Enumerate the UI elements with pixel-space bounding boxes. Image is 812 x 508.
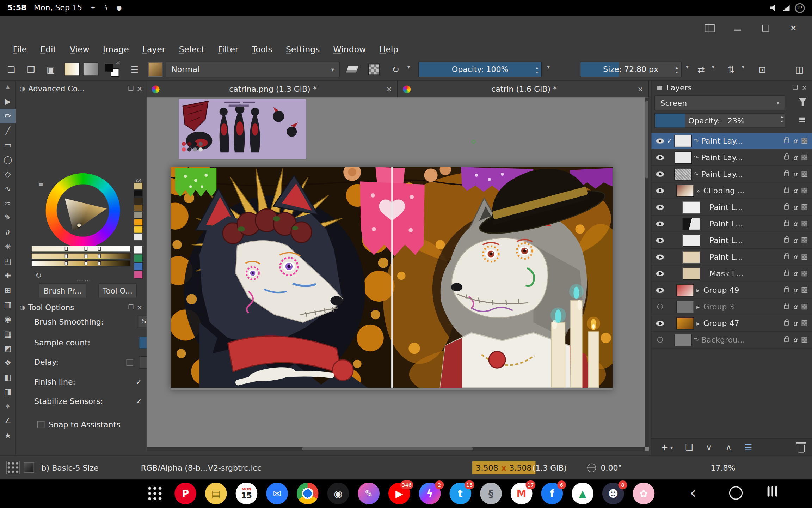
transform-tool[interactable]: ◰	[0, 254, 16, 268]
lock-icon[interactable]	[784, 321, 789, 325]
advanced-color-selector-header[interactable]: ◑ Advanced Co... ❐ ✕	[16, 82, 147, 95]
inherit-alpha-icon[interactable]	[802, 237, 807, 243]
dock-app-chrome[interactable]	[297, 483, 319, 504]
mirror-vertical-button[interactable]: ⇅	[723, 61, 739, 78]
wraparound-button[interactable]: ⊡	[754, 61, 770, 78]
polyline-tool[interactable]: ∿	[0, 181, 16, 196]
snap-to-assistants-checkbox[interactable]	[37, 421, 45, 428]
freehand-brush-tool[interactable]: ✏	[0, 109, 16, 123]
inherit-alpha-icon[interactable]	[802, 320, 807, 326]
layer-row[interactable]: Mask L...α	[651, 265, 812, 282]
dock-app-gmail[interactable]: M17	[511, 483, 533, 504]
blending-mode-dropdown[interactable]: Normal ▾	[166, 62, 340, 77]
menu-view[interactable]: View	[63, 43, 96, 56]
multibrush-tool[interactable]: ✳	[0, 240, 16, 254]
dock-app-app-drawer[interactable]	[147, 486, 162, 501]
vertical-scrollbar[interactable]	[645, 97, 649, 447]
reload-preset-button[interactable]: ↻	[387, 61, 404, 78]
lock-icon[interactable]	[784, 139, 789, 143]
eraser-mode-button[interactable]	[344, 61, 361, 78]
size-dropdown-icon[interactable]: ▾	[684, 64, 691, 70]
filter-layers-icon[interactable]	[799, 98, 807, 107]
open-document-button[interactable]: ❒	[23, 61, 39, 78]
layer-blend-mode-dropdown[interactable]: Screen ▾	[654, 95, 785, 110]
scrollbar-thumb[interactable]	[645, 101, 648, 178]
layers-header[interactable]: ▦ Layers ❐ ✕	[651, 81, 812, 94]
canvas-area[interactable]	[147, 97, 649, 451]
inherit-alpha-icon[interactable]	[802, 204, 807, 210]
close-docker-icon[interactable]: ✕	[137, 303, 142, 311]
assistants-tool[interactable]: ∠	[0, 414, 16, 428]
dock-app-camera[interactable]: ◉	[327, 483, 349, 504]
inherit-alpha-icon[interactable]	[802, 254, 807, 260]
float-docker-icon[interactable]: ❐	[128, 304, 134, 311]
alpha-lock-icon[interactable]: α	[793, 336, 798, 344]
maximize-button[interactable]	[756, 20, 775, 36]
selector-settings-icon[interactable]: ▤	[38, 180, 44, 187]
choose-workspace-button[interactable]: ◫	[791, 61, 808, 78]
brush-preset-chip[interactable]	[148, 62, 162, 77]
document-tab-1[interactable]: catrin (1.6 GiB) *✕	[398, 81, 649, 97]
color-swatch[interactable]	[134, 204, 143, 212]
color-swatch[interactable]	[134, 190, 143, 197]
rotation-angle-icon[interactable]	[587, 464, 596, 472]
bezier-curve-tool[interactable]: ≈	[0, 196, 16, 210]
inherit-alpha-icon[interactable]	[802, 171, 807, 177]
layer-visibility-eye-icon[interactable]	[654, 304, 665, 309]
tool-options-header[interactable]: ◑ Tool Options ❐ ✕	[16, 301, 147, 314]
dock-app-files[interactable]: ▤	[205, 483, 227, 504]
preserve-alpha-button[interactable]	[365, 61, 382, 78]
alpha-lock-icon[interactable]: α	[793, 286, 798, 294]
inherit-alpha-icon[interactable]	[802, 188, 807, 193]
opacity-slider[interactable]: Opacity: 100% ▴▾	[418, 62, 542, 77]
menu-help[interactable]: Help	[373, 43, 405, 56]
alpha-lock-icon[interactable]: α	[793, 137, 798, 145]
alpha-lock-icon[interactable]: α	[793, 187, 798, 194]
gradient-selector[interactable]	[24, 462, 34, 473]
gradient-strip[interactable]	[31, 260, 130, 267]
gradient-chooser[interactable]	[64, 63, 80, 76]
pattern-chooser[interactable]	[83, 63, 98, 76]
color-swatch[interactable]	[134, 182, 143, 190]
layer-visibility-eye-icon[interactable]	[654, 337, 665, 343]
layer-visibility-eye-icon[interactable]	[654, 321, 665, 326]
dock-app-discord[interactable]: ☻8	[602, 483, 624, 504]
alpha-lock-icon[interactable]: α	[793, 220, 798, 228]
menu-file[interactable]: File	[6, 43, 34, 56]
color-swatch[interactable]	[134, 271, 143, 279]
move-layer-down-button[interactable]: ∨	[702, 441, 715, 454]
color-sampler-tool[interactable]: ◉	[0, 312, 16, 327]
lock-icon[interactable]	[784, 271, 789, 276]
workspace-chooser-button[interactable]: ☰	[127, 61, 143, 78]
crop-tool[interactable]: ⊞	[0, 283, 16, 297]
panel-toggle-button[interactable]	[700, 20, 719, 36]
pattern-tool[interactable]: ▦	[0, 327, 16, 341]
move-layer-up-button[interactable]: ∧	[722, 441, 735, 454]
fill-tool[interactable]: ◧	[0, 370, 16, 385]
menu-layer[interactable]: Layer	[136, 43, 172, 56]
dock-app-twitter[interactable]: t15	[449, 483, 471, 504]
inherit-alpha-icon[interactable]	[802, 155, 807, 160]
layer-visibility-eye-icon[interactable]	[654, 205, 665, 210]
delay-spinbox[interactable]	[139, 356, 147, 368]
color-swatch[interactable]	[134, 212, 143, 219]
layer-row[interactable]: ▸Group 49α	[651, 282, 812, 298]
reload-dropdown-icon[interactable]: ▾	[405, 64, 412, 70]
inherit-alpha-icon[interactable]	[802, 271, 807, 276]
lock-icon[interactable]	[784, 155, 789, 159]
alpha-lock-icon[interactable]: α	[793, 253, 798, 261]
refresh-colors-icon[interactable]: ↻	[35, 271, 42, 280]
layer-opacity-slider[interactable]: Opacity: 23% ▴▾	[654, 113, 785, 128]
tab-brush-presets[interactable]: Brush Pr...	[39, 283, 86, 297]
color-swatch[interactable]	[134, 262, 143, 271]
select-arrow-tool[interactable]: ▶	[0, 94, 16, 109]
layer-visibility-eye-icon[interactable]	[654, 138, 665, 144]
sample-count-spinbox[interactable]	[139, 337, 147, 349]
layer-row[interactable]: »Clipping ...α	[651, 182, 812, 199]
mirror-horizontal-dropdown-icon[interactable]: ▾	[709, 64, 717, 70]
lock-icon[interactable]	[784, 288, 789, 292]
float-docker-icon[interactable]: ❐	[128, 85, 134, 92]
brush-size-slider[interactable]: Size: 72.80 px ▴▾	[580, 62, 682, 77]
layer-visibility-eye-icon[interactable]	[654, 171, 665, 177]
freehand-path-tool[interactable]: ✎	[0, 211, 16, 225]
